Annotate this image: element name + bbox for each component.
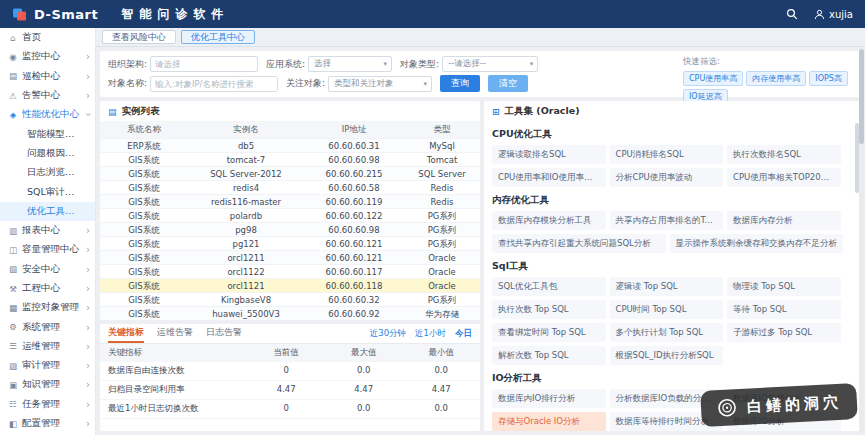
- metrics-column-header: 当前值: [247, 344, 325, 362]
- tool-link[interactable]: 逻辑读 Top SQL: [610, 277, 724, 296]
- app-window: D-Smart 智能问诊软件 xujia ⌂ 首页 › ◉: [0, 0, 865, 435]
- object-name-label: 对象名称:: [108, 77, 147, 90]
- tool-link[interactable]: 数据库内IO排行分析: [492, 389, 606, 408]
- quick-filter-badge[interactable]: 内存使用率高: [746, 71, 806, 86]
- tool-link[interactable]: CPU时间 Top SQL: [610, 300, 724, 319]
- metric-current: 0: [247, 362, 325, 380]
- tool-link[interactable]: 物理读 Top SQL: [727, 277, 841, 296]
- tool-link[interactable]: 查找共享内存引起重大系统问题SQL分析: [492, 234, 666, 253]
- sidebar-item[interactable]: SQL审计报告 ›: [0, 182, 95, 201]
- sidebar-item[interactable]: ☷ 任务管理 ›: [0, 395, 95, 414]
- focus-object-select[interactable]: 类型和关注对象 ▾: [328, 76, 432, 92]
- sidebar-item[interactable]: ⚠ 告警中心 ›: [0, 86, 95, 105]
- time-range-link[interactable]: 今日: [455, 328, 472, 340]
- cell-ip: 60.60.60.98: [304, 223, 404, 236]
- sidebar-item[interactable]: 优化工具中心 ›: [0, 202, 95, 221]
- sidebar-item[interactable]: ▤ 巡检中心 ›: [0, 67, 95, 86]
- metrics-tab[interactable]: 日志告警: [206, 324, 242, 343]
- tool-link[interactable]: CPU消耗排名SQL: [610, 145, 724, 164]
- tool-link[interactable]: 分析CPU使用率波动: [610, 168, 724, 187]
- metric-max: 0.0: [325, 362, 403, 380]
- object-name-input[interactable]: [150, 76, 278, 92]
- instance-row[interactable]: GIS系统 orcl1121 60.60.60.118 Oracle: [100, 278, 480, 292]
- metrics-tab[interactable]: 关键指标: [108, 324, 144, 343]
- clear-button[interactable]: 清空: [488, 75, 528, 92]
- sidebar-item[interactable]: ▥ 报表中心 ›: [0, 221, 95, 240]
- tool-link[interactable]: 显示操作系统剩余缓存和交换内存不足分析: [670, 234, 844, 253]
- sidebar-item[interactable]: 问题根因诊断 ›: [0, 144, 95, 163]
- search-icon[interactable]: [786, 8, 798, 20]
- topbar: D-Smart 智能问诊软件 xujia: [0, 0, 865, 28]
- cell-system: GIS系统: [100, 279, 188, 292]
- tool-link[interactable]: 等待 Top SQL: [727, 300, 841, 319]
- tool-link[interactable]: CPU使用率和IO使用率分析: [492, 168, 606, 187]
- page-tab[interactable]: 优化工具中心: [181, 30, 255, 44]
- instance-row[interactable]: GIS系统 orcl1122 60.60.60.117 Oracle: [100, 264, 480, 278]
- sidebar-item-label: 问题根因诊断: [27, 147, 82, 160]
- instance-row[interactable]: ERP系统 db5 60.60.60.31 MySql: [100, 138, 480, 152]
- sidebar-item[interactable]: ⌂ 首页 ›: [0, 28, 95, 47]
- tool-link[interactable]: 执行次数排名SQL: [727, 145, 841, 164]
- instance-row[interactable]: GIS系统 polardb 60.60.60.122 PG系列: [100, 208, 480, 222]
- quick-filter-badge[interactable]: IOPS高: [809, 71, 848, 86]
- metric-row: 最近1小时日志切换次数 0 0.0 0.0: [100, 400, 480, 419]
- cell-system: GIS系统: [100, 223, 188, 236]
- cell-ip: 60.60.60.119: [304, 195, 404, 208]
- object-type-select[interactable]: --请选择-- ▾: [442, 56, 538, 72]
- tool-link[interactable]: 数据库内存分析: [727, 211, 841, 230]
- tool-link[interactable]: 子游标过多 Top SQL: [727, 323, 841, 342]
- user-menu[interactable]: xujia: [814, 9, 853, 20]
- chevron-right-icon: ›: [86, 90, 90, 101]
- sidebar-item[interactable]: ▨ 审计管理 ›: [0, 356, 95, 375]
- sidebar-item[interactable]: ◧ 配置管理 ›: [0, 414, 95, 433]
- instance-row[interactable]: GIS系统 redis4 60.60.60.58 Redis: [100, 180, 480, 194]
- tool-link[interactable]: 共享内存占用率排名的Top20进程: [610, 211, 724, 230]
- org-input[interactable]: [150, 56, 258, 72]
- app-system-select[interactable]: 选择 ▾: [308, 56, 392, 72]
- instance-row[interactable]: GIS系统 pg98 60.60.60.98 PG系列: [100, 222, 480, 236]
- instance-row[interactable]: GIS系统 SQL Server-2012 60.60.60.215 SQL S…: [100, 166, 480, 180]
- tool-link[interactable]: 执行次数 Top SQL: [492, 300, 606, 319]
- cell-system: GIS系统: [100, 181, 188, 194]
- instance-row[interactable]: GIS系统 KingbaseV8 60.60.60.32 PG系列: [100, 292, 480, 306]
- quick-filter-badge[interactable]: CPU使用率高: [683, 71, 743, 86]
- cell-instance-name: orcl1211: [188, 251, 304, 264]
- time-range-link[interactable]: 近1小时: [415, 328, 446, 340]
- instance-row[interactable]: GIS系统 tomcat-7 60.60.60.98 Tomcat: [100, 152, 480, 166]
- tool-link[interactable]: 存储与Oracle IO分析: [492, 412, 606, 431]
- sidebar-item[interactable]: ▦ 监控对象管理 ›: [0, 298, 95, 317]
- sidebar-item[interactable]: ☰ 运维管理 ›: [0, 337, 95, 356]
- sidebar-item[interactable]: ◉ 监控中心 ›: [0, 47, 95, 66]
- tool-link[interactable]: SQL优化工具包: [492, 277, 606, 296]
- sidebar-item[interactable]: ◫ 容量管理中心 ›: [0, 240, 95, 259]
- tool-link[interactable]: CPU使用率相关TOP20进程: [727, 168, 841, 187]
- chevron-right-icon: ›: [86, 379, 90, 390]
- tool-link[interactable]: 查看绑定时间 Top SQL: [492, 323, 606, 342]
- instance-row[interactable]: GIS系统 orcl1211 60.60.60.121 Oracle: [100, 250, 480, 264]
- page-tab[interactable]: 查看风险中心: [102, 30, 176, 44]
- sidebar-item[interactable]: ▧ 安全中心 ›: [0, 260, 95, 279]
- instance-row[interactable]: GIS系统 pg121 60.60.60.121 PG系列: [100, 236, 480, 250]
- tool-link[interactable]: 解析次数 Top SQL: [492, 346, 606, 365]
- chevron-right-icon: ›: [86, 302, 90, 313]
- tool-link[interactable]: 多个执行计划 Top SQL: [610, 323, 724, 342]
- time-range-link[interactable]: 近30分钟: [370, 328, 406, 340]
- sidebar-item[interactable]: ⚒ 工程中心 ›: [0, 279, 95, 298]
- search-button[interactable]: 查询: [440, 75, 480, 92]
- sidebar-item[interactable]: ◈ 性能优化中心 ›: [0, 105, 95, 124]
- instance-row[interactable]: GIS系统 huawei_5500V3 60.60.60.92 华为存储: [100, 306, 480, 320]
- instance-row[interactable]: GIS系统 redis116-master 60.60.60.119 Redis: [100, 194, 480, 208]
- sidebar-item[interactable]: 智能模型诊断 ›: [0, 124, 95, 143]
- brand: D-Smart 智能问诊软件: [12, 6, 229, 23]
- page-scrollbar[interactable]: [859, 47, 864, 433]
- sidebar-item[interactable]: ▣ 知识管理 ›: [0, 375, 95, 394]
- metrics-tab[interactable]: 运维告警: [157, 324, 193, 343]
- filter-panel: 组织架构: 应用系统: 选择 ▾ 对象类型: [100, 51, 861, 97]
- scrollbar-thumb[interactable]: [859, 49, 864, 144]
- menu-icon: ▧: [8, 264, 18, 274]
- tool-link[interactable]: 逻辑读取排名SQL: [492, 145, 606, 164]
- sidebar-item[interactable]: ⚙ 系统管理 ›: [0, 317, 95, 336]
- tool-link[interactable]: 根据SQL_ID执行分析SQL: [610, 346, 724, 365]
- tool-link[interactable]: 数据库内存模块分析工具: [492, 211, 606, 230]
- sidebar-item[interactable]: 日志浏览分析 ›: [0, 163, 95, 182]
